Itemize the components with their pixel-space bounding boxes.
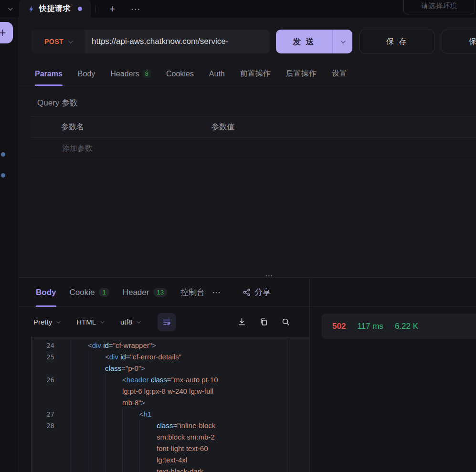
- response-status-bar: 502 117 ms 6.22 K: [322, 314, 476, 339]
- add-param-label: 添加参数: [62, 144, 93, 154]
- line-number: 26: [32, 374, 54, 386]
- word-wrap-icon: [162, 318, 171, 326]
- chevron-down-icon: [68, 39, 73, 43]
- wrap-toggle[interactable]: [158, 313, 176, 331]
- save-button[interactable]: 保 存: [360, 30, 434, 53]
- toolbar-icons: [237, 317, 290, 326]
- copy-icon[interactable]: [259, 317, 268, 326]
- code-row: class="p-0">: [32, 363, 309, 374]
- code-lines: 24<div id="cf-wrapper">25<div id="cf-err…: [32, 340, 309, 472]
- indent-guides: [71, 420, 157, 431]
- tab-more-button[interactable]: ⋯: [122, 3, 150, 15]
- request-tabs: ParamsBodyHeaders8CookiesAuth前置操作后置操作设置: [19, 62, 476, 86]
- code-row: 28class="inline-block: [32, 420, 309, 431]
- tab-label: Body: [78, 70, 95, 78]
- code-row: font-light text-60: [32, 443, 309, 454]
- add-param-row[interactable]: 添加参数: [31, 138, 476, 159]
- line-number: [32, 397, 54, 409]
- url-input[interactable]: https://api-aws.chatknow.com/service-: [85, 30, 270, 53]
- sidebar: +: [0, 18, 19, 472]
- download-icon[interactable]: [237, 317, 246, 326]
- new-tab-button[interactable]: +: [103, 4, 122, 14]
- indent-guides: [71, 431, 157, 443]
- indent-guides: [71, 351, 105, 363]
- indent-guides: [71, 454, 157, 466]
- response-meta-header: [310, 278, 476, 307]
- line-number: [32, 431, 54, 443]
- code-text: sm:block sm:mb-2: [157, 431, 215, 443]
- query-table: 参数名 参数值 添加参数: [19, 116, 476, 159]
- code-text: <h1: [139, 409, 151, 420]
- tab-params[interactable]: Params: [35, 62, 63, 85]
- tab-body[interactable]: Body: [78, 62, 95, 85]
- tab-label: Body: [36, 288, 56, 297]
- tab-cookies[interactable]: Cookies: [166, 62, 194, 85]
- encoding-label: utf8: [120, 318, 132, 326]
- tab-label: Params: [35, 70, 63, 78]
- code-row: 25<div id="cf-error-details": [32, 351, 309, 363]
- save-as-label: 保存为: [469, 37, 476, 47]
- code-row: mb-8">: [32, 397, 309, 409]
- code-row: 24<div id="cf-wrapper">: [32, 340, 309, 351]
- notification-dot: [1, 173, 5, 178]
- lightning-icon: [28, 5, 35, 13]
- tab-label: Auth: [209, 70, 225, 78]
- new-request-button[interactable]: +: [0, 22, 13, 43]
- status-time: 117 ms: [357, 322, 383, 331]
- query-table-header: 参数名 参数值: [31, 116, 476, 138]
- main-panel: POST https://api-aws.chatknow.com/servic…: [19, 18, 476, 472]
- indent-guides: [71, 397, 122, 409]
- tab-label: Headers: [110, 70, 139, 78]
- share-button[interactable]: 分享: [243, 287, 271, 298]
- line-number: 28: [32, 420, 54, 431]
- tab-label: Cookies: [166, 70, 194, 78]
- format-select[interactable]: Pretty: [33, 318, 59, 326]
- save-as-button[interactable]: 保存为: [442, 30, 476, 53]
- send-dropdown[interactable]: [332, 30, 352, 53]
- method-label: POST: [44, 38, 63, 45]
- tab-badge: 8: [143, 70, 151, 78]
- response-tab-body[interactable]: Body: [36, 278, 56, 306]
- code-row: 26<header class="mx-auto pt-10: [32, 374, 309, 386]
- format-label: Pretty: [33, 318, 52, 326]
- save-label: 保 存: [386, 37, 408, 47]
- indent-guides: [71, 409, 139, 420]
- send-button[interactable]: 发 送: [276, 30, 352, 53]
- tab-headers[interactable]: Headers8: [110, 62, 151, 85]
- code-text: font-light text-60: [157, 443, 208, 454]
- method-select[interactable]: POST: [31, 30, 85, 53]
- response-tab-header[interactable]: Header13: [123, 278, 167, 306]
- pane-splitter[interactable]: ⋯: [19, 274, 476, 278]
- language-select[interactable]: HTML: [76, 318, 103, 326]
- encoding-select[interactable]: utf8: [120, 318, 139, 326]
- line-number: [32, 466, 54, 472]
- tab-separator: [95, 5, 96, 13]
- tab-quick-request[interactable]: 快捷请求: [19, 0, 91, 18]
- tab-auth[interactable]: Auth: [209, 62, 225, 85]
- code-row: text-black-dark: [32, 466, 309, 472]
- status-code: 502: [332, 322, 346, 331]
- collapse-chevron-icon[interactable]: [0, 7, 19, 10]
- code-editor[interactable]: 24<div id="cf-wrapper">25<div id="cf-err…: [31, 337, 309, 472]
- code-text: <div id="cf-wrapper">: [88, 340, 156, 351]
- code-text: lg:text-4xl: [157, 454, 187, 466]
- response-tab-console[interactable]: 控制台: [180, 278, 203, 306]
- param-value-header: 参数值: [181, 122, 234, 132]
- tab-badge: 13: [153, 288, 167, 297]
- code-row: lg:text-4xl: [32, 454, 309, 466]
- line-number: 24: [32, 340, 54, 351]
- tab-pre-request[interactable]: 前置操作: [240, 62, 271, 85]
- more-tabs-button[interactable]: ⋯: [212, 287, 222, 298]
- code-text: class="p-0">: [105, 363, 145, 374]
- indent-guides: [71, 340, 88, 351]
- tab-settings[interactable]: 设置: [332, 62, 347, 85]
- code-text: lg:pt-6 lg:px-8 w-240 lg:w-full: [122, 386, 213, 397]
- tab-post-request[interactable]: 后置操作: [286, 62, 317, 85]
- tab-label: 控制台: [180, 287, 203, 298]
- tab-label: Header: [123, 288, 149, 297]
- code-text: <div id="cf-error-details": [105, 351, 181, 363]
- response-tab-cookie[interactable]: Cookie1: [70, 278, 109, 306]
- environment-select[interactable]: 请选择环境: [403, 0, 475, 14]
- response-meta-pane: 502 117 ms 6.22 K: [309, 278, 476, 472]
- search-icon[interactable]: [281, 317, 290, 326]
